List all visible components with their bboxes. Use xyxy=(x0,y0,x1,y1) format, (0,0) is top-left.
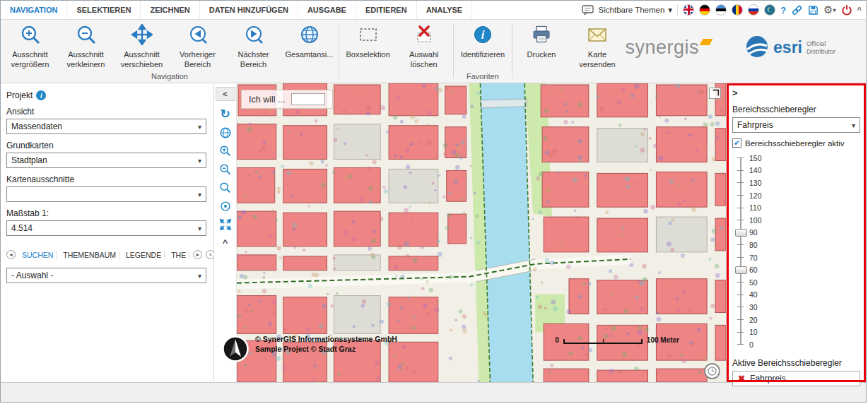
massstab-dropdown[interactable]: 4.514 ▾ xyxy=(6,220,206,236)
chevron-down-icon: ▾ xyxy=(852,121,855,129)
tab-zeichnen[interactable]: ZEICHNEN xyxy=(141,1,199,19)
tabs-scroll-left-button[interactable]: ◄ xyxy=(6,250,16,259)
slider-tick-row: 120 xyxy=(734,189,860,202)
zoom-in-extent-button[interactable]: Ausschnitt vergrößern xyxy=(2,21,58,72)
map-viewport[interactable]: Ich will ... © SynerGIS Informationssyst… xyxy=(237,83,726,382)
tab-label: DATEN HINZUFÜGEN xyxy=(209,6,288,14)
visible-topics-dropdown[interactable]: Sichtbare Themen ▾ xyxy=(599,5,673,15)
help-icon[interactable]: ? xyxy=(780,5,786,16)
slider-tick-row: 10 xyxy=(734,326,860,338)
time-slider-clock-icon[interactable] xyxy=(704,363,720,379)
double-arrow-right-icon: » xyxy=(209,252,212,257)
grundkarten-dropdown[interactable]: Stadtplan ▾ xyxy=(6,153,206,168)
tab-daten-hinzufuegen[interactable]: DATEN HINZUFÜGEN xyxy=(200,1,298,19)
field-label-ansicht: Ansicht xyxy=(6,107,206,117)
settings-gear-button[interactable]: ⚙ ▾ xyxy=(823,4,835,16)
menu-tabs: NAVIGATION SELEKTIEREN ZEICHNEN DATEN HI… xyxy=(1,1,472,19)
vertical-range-slider[interactable]: 150 140 130 120 110 100 90 80 70 60 50 4… xyxy=(734,152,860,351)
language-crescent-icon[interactable]: ☾ xyxy=(764,4,775,16)
range-slider-dropdown[interactable]: Fahrpreis ▾ xyxy=(732,117,860,133)
right-panel-bereichsschieberegler: > Bereichsschieberegler Fahrpreis ▾ ✔ Be… xyxy=(726,83,866,382)
tab-analyse[interactable]: ANALYSE xyxy=(417,1,473,19)
ich-will-input[interactable] xyxy=(291,93,325,105)
next-extent-button[interactable]: Nächster Bereich xyxy=(225,21,281,72)
clear-selection-button[interactable]: Auswahl löschen xyxy=(396,21,452,72)
collapse-ribbon-icon[interactable]: ^ xyxy=(857,6,862,14)
slider-tick-row: 90 xyxy=(734,227,860,239)
speech-bubble-icon[interactable] xyxy=(582,5,594,16)
tab-selektieren[interactable]: SELEKTIEREN xyxy=(67,1,141,19)
tabs-scroll-right-button[interactable]: ► xyxy=(193,250,202,259)
link-icon[interactable] xyxy=(791,4,803,16)
field-label-grundkarten: Grundkarten xyxy=(6,141,206,150)
box-selection-button[interactable]: Boxselektion xyxy=(340,21,396,72)
ansicht-dropdown[interactable]: Massendaten ▾ xyxy=(6,119,206,134)
chevron-down-icon: ▾ xyxy=(198,157,201,165)
pan-button[interactable]: Ausschnitt verschieben xyxy=(114,21,170,72)
map-zoom-in-button[interactable] xyxy=(217,143,234,159)
map-zoom-out-button[interactable] xyxy=(217,161,234,177)
send-map-button[interactable]: Karte versenden xyxy=(570,21,626,72)
esri-logo[interactable]: esri Official Distributor xyxy=(745,35,848,61)
language-german-flag-icon[interactable] xyxy=(699,4,710,16)
map-zoom-window-button[interactable] xyxy=(217,179,234,196)
tab-ausgabe[interactable]: AUSGABE xyxy=(298,1,356,19)
zoom-out-extent-button[interactable]: Ausschnitt verkleinern xyxy=(58,21,114,72)
language-estonian-flag-icon[interactable] xyxy=(715,4,727,16)
map-corner-expand-icon[interactable] xyxy=(709,88,721,99)
collapse-strip-button[interactable]: ^ xyxy=(217,234,234,251)
tab-editieren[interactable]: EDITIEREN xyxy=(356,1,417,19)
tab-navigation[interactable]: NAVIGATION xyxy=(1,1,67,19)
language-russian-flag-icon[interactable] xyxy=(748,4,759,16)
dropdown-value: - Auswahl - xyxy=(11,271,53,280)
dropdown-value: Fahrpreis xyxy=(737,120,773,130)
slider-scale: 150 140 130 120 110 100 90 80 70 60 50 4… xyxy=(734,152,860,351)
range-slider-title: Bereichsschieberegler xyxy=(732,105,860,114)
project-label: Projekt xyxy=(6,90,33,100)
slider-tick-row: 0 xyxy=(734,338,860,351)
overview-globe-button[interactable] xyxy=(217,124,234,141)
language-romanian-flag-icon[interactable] xyxy=(732,4,743,16)
save-icon[interactable] xyxy=(808,5,819,16)
tab-the-truncated[interactable]: THE xyxy=(168,251,189,259)
range-slider-active-checkbox[interactable]: ✔ Bereichsschieberegler aktiv xyxy=(732,138,860,148)
refresh-map-button[interactable]: ↻ xyxy=(217,106,234,122)
auswahl-dropdown[interactable]: - Auswahl - ▾ xyxy=(6,268,206,283)
remove-icon[interactable]: ✖ xyxy=(738,374,745,384)
tab-themenbaum[interactable]: THEMENBAUM xyxy=(60,251,119,259)
identify-button[interactable]: i Identifizieren xyxy=(454,21,510,72)
print-button[interactable]: Drucken xyxy=(514,21,570,72)
compass-north-arrow[interactable] xyxy=(222,335,249,362)
crescent-icon: ☾ xyxy=(767,6,773,13)
active-range-slider-item[interactable]: ✖ Fahrpreis xyxy=(732,371,860,386)
collapse-panel-button[interactable]: < xyxy=(216,87,235,101)
slider-tick-row: 100 xyxy=(734,214,860,227)
chevron-down-icon: ▾ xyxy=(668,5,672,15)
synergis-logo[interactable]: synergis xyxy=(626,37,712,59)
previous-extent-button[interactable]: Vorheriger Bereich xyxy=(170,21,225,72)
target-icon xyxy=(219,200,232,213)
main-area: Projekt i Ansicht Massendaten ▾ Grundkar… xyxy=(1,83,866,382)
logout-power-icon[interactable] xyxy=(841,4,852,16)
checkbox-checked-icon[interactable]: ✔ xyxy=(732,138,741,148)
ich-will-search-box[interactable]: Ich will ... xyxy=(241,90,333,109)
slider-handle[interactable] xyxy=(735,266,747,274)
tab-legende[interactable]: LEGENDE xyxy=(123,251,165,259)
project-info-icon[interactable]: i xyxy=(36,90,46,100)
language-english-flag-icon[interactable] xyxy=(683,4,694,16)
full-extent-button[interactable]: Gesamtansi... xyxy=(281,21,337,72)
expand-panel-button[interactable]: > xyxy=(732,87,746,99)
menu-right-tools: Sichtbare Themen ▾ ☾ ? ⚙ ▾ xyxy=(582,4,862,16)
fullscreen-button[interactable] xyxy=(217,216,234,232)
tab-label: NAVIGATION xyxy=(10,6,57,14)
kartenausschnitte-dropdown[interactable]: ▾ xyxy=(6,186,206,202)
tab-label: SELEKTIEREN xyxy=(76,6,131,14)
divider xyxy=(677,4,678,16)
locate-position-button[interactable] xyxy=(217,198,234,214)
button-label: Boxselektion xyxy=(346,50,389,60)
group-label-navigation: Navigation xyxy=(2,72,337,83)
slider-handle[interactable] xyxy=(735,229,747,237)
magnifier-minus-icon xyxy=(76,24,97,48)
tab-suchen[interactable]: SUCHEN xyxy=(19,251,57,259)
printer-icon xyxy=(531,24,552,48)
